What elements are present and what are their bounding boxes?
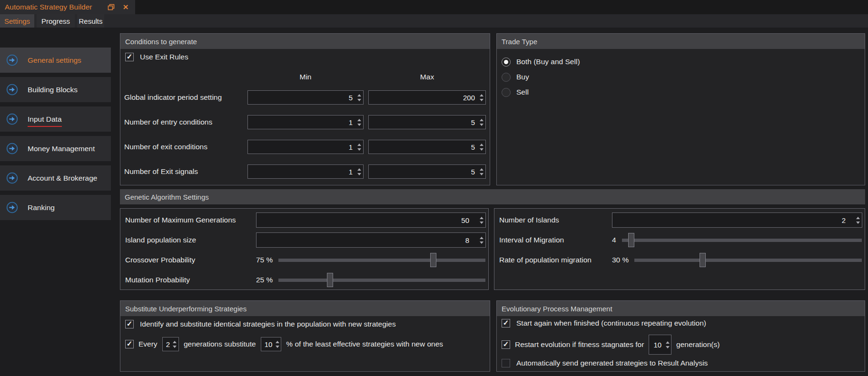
tab-progress[interactable]: Progress xyxy=(37,14,75,28)
spin-down-icon[interactable] xyxy=(480,173,483,175)
trade-type-option-sell[interactable]: Sell xyxy=(502,85,580,99)
sidebar-item-label: Money Management xyxy=(28,145,95,153)
use-exit-rules-label: Use Exit Rules xyxy=(140,53,188,61)
spin-up-icon[interactable] xyxy=(276,341,279,343)
sidebar-item-account-brokerage[interactable]: Account & Brokerage xyxy=(0,165,111,191)
spin-up-icon[interactable] xyxy=(357,119,361,121)
sidebar-item-money-management[interactable]: Money Management xyxy=(0,136,111,161)
tab-results[interactable]: Results xyxy=(77,14,104,28)
panel-substitute: Substitute Underperforming Strategies ✓ … xyxy=(120,300,490,372)
arrow-circle-icon xyxy=(6,202,18,213)
slider-thumb[interactable] xyxy=(430,253,436,267)
arrow-circle-icon xyxy=(6,54,18,66)
slider-track[interactable] xyxy=(622,239,862,242)
spin-down-icon[interactable] xyxy=(357,124,361,126)
entry-conditions-max-input[interactable]: 5 xyxy=(368,115,486,129)
start-again-checkbox[interactable]: ✓ xyxy=(502,319,510,328)
entry-conditions-min-input[interactable]: 1 xyxy=(247,115,364,129)
generations-interval-input[interactable]: 2 xyxy=(162,337,179,351)
tab-settings[interactable]: Settings xyxy=(0,14,34,28)
float-window-button[interactable] xyxy=(106,1,117,13)
slider-thumb[interactable] xyxy=(628,233,634,247)
sidebar-item-label: Ranking xyxy=(28,203,55,212)
window-title: Automatic Strategy Builder xyxy=(5,3,92,11)
max-column-header: Max xyxy=(368,73,486,81)
spin-down-icon[interactable] xyxy=(480,241,483,244)
exit-signals-min-input[interactable]: 1 xyxy=(247,164,364,179)
radio-icon[interactable] xyxy=(502,73,511,82)
mutation-slider[interactable] xyxy=(278,273,485,287)
spin-up-icon[interactable] xyxy=(480,217,483,219)
sidebar-item-ranking[interactable]: Ranking xyxy=(0,195,111,220)
island-population-input[interactable]: 8 xyxy=(256,232,486,248)
spin-down-icon[interactable] xyxy=(856,222,860,224)
spin-up-icon[interactable] xyxy=(357,94,361,96)
condition-row-exit-signals: Number of Exit signals 1 5 xyxy=(120,159,490,184)
spin-down-icon[interactable] xyxy=(357,99,361,101)
slider-track[interactable] xyxy=(278,279,485,282)
exit-signals-max-input[interactable]: 5 xyxy=(368,164,486,179)
substitute-every-checkbox[interactable]: ✓ xyxy=(125,340,134,348)
spin-up-icon[interactable] xyxy=(856,217,860,219)
auto-send-checkbox[interactable]: ✓ xyxy=(502,359,510,367)
panel-trade-type: Trade Type Both (Buy and Sell) Buy Sell xyxy=(496,33,865,185)
generations-substitute-label: generations substitute xyxy=(184,340,256,348)
max-generations-input[interactable]: 50 xyxy=(256,212,486,228)
row-label: Number of Islands xyxy=(499,216,612,224)
use-exit-rules-checkbox[interactable]: ✓ xyxy=(125,53,134,61)
spin-up-icon[interactable] xyxy=(357,168,361,171)
sidebar-item-general-settings[interactable]: General settings xyxy=(0,48,111,73)
close-button[interactable]: × xyxy=(120,1,131,13)
row-label: Island population size xyxy=(125,236,256,244)
substitute-percent-input[interactable]: 10 xyxy=(261,337,282,351)
restore-icon xyxy=(108,4,115,11)
panel-trade-type-header: Trade Type xyxy=(497,34,865,49)
spin-down-icon[interactable] xyxy=(480,148,483,151)
substitute-identical-checkbox[interactable]: ✓ xyxy=(125,320,134,328)
stagnation-generations-input[interactable]: 10 xyxy=(649,335,671,355)
islands-input[interactable]: 2 xyxy=(612,212,862,228)
slider-thumb[interactable] xyxy=(327,273,333,287)
spin-down-icon[interactable] xyxy=(666,346,670,348)
trade-type-option-both[interactable]: Both (Buy and Sell) xyxy=(502,55,580,69)
spin-up-icon[interactable] xyxy=(480,237,483,239)
spin-down-icon[interactable] xyxy=(276,346,279,348)
spin-down-icon[interactable] xyxy=(173,346,177,348)
exit-conditions-max-input[interactable]: 5 xyxy=(368,140,486,154)
spin-up-icon[interactable] xyxy=(357,144,361,146)
spin-up-icon[interactable] xyxy=(666,341,670,344)
spin-up-icon[interactable] xyxy=(480,168,483,171)
slider-track[interactable] xyxy=(634,259,862,262)
spin-down-icon[interactable] xyxy=(357,148,361,151)
row-label: Global indicator period setting xyxy=(124,93,247,102)
migration-rate-value: 30 % xyxy=(612,256,629,264)
spin-down-icon[interactable] xyxy=(480,222,483,224)
spin-down-icon[interactable] xyxy=(357,173,361,175)
check-icon: ✓ xyxy=(127,339,133,348)
crossover-slider[interactable] xyxy=(278,253,485,267)
migration-rate-row: Rate of population migration 30 % xyxy=(494,250,865,270)
spin-up-icon[interactable] xyxy=(480,144,483,146)
radio-icon[interactable] xyxy=(502,58,511,67)
migration-rate-slider[interactable] xyxy=(634,253,862,267)
exit-conditions-min-input[interactable]: 1 xyxy=(247,140,364,154)
radio-icon[interactable] xyxy=(502,88,511,97)
slider-thumb[interactable] xyxy=(700,253,706,267)
spin-up-icon[interactable] xyxy=(480,94,483,96)
slider-track[interactable] xyxy=(278,259,485,262)
generations-suffix-label: generation(s) xyxy=(676,340,720,349)
spin-up-icon[interactable] xyxy=(173,341,177,343)
substitute-identical-row: ✓ Identify and substitute identical stra… xyxy=(125,320,396,328)
spin-down-icon[interactable] xyxy=(480,124,483,126)
global-period-min-input[interactable]: 5 xyxy=(247,90,364,105)
trade-type-option-buy[interactable]: Buy xyxy=(502,70,580,84)
sidebar-item-label: Building Blocks xyxy=(28,86,78,94)
migration-interval-row: Interval of Migration 4 xyxy=(494,230,865,250)
spin-up-icon[interactable] xyxy=(480,119,483,121)
spin-down-icon[interactable] xyxy=(480,99,483,101)
sidebar-item-input-data[interactable]: Input Data xyxy=(0,106,111,132)
restart-evolution-checkbox[interactable]: ✓ xyxy=(502,340,510,349)
sidebar-item-building-blocks[interactable]: Building Blocks xyxy=(0,77,111,102)
global-period-max-input[interactable]: 200 xyxy=(368,90,486,105)
migration-interval-slider[interactable] xyxy=(622,233,862,247)
